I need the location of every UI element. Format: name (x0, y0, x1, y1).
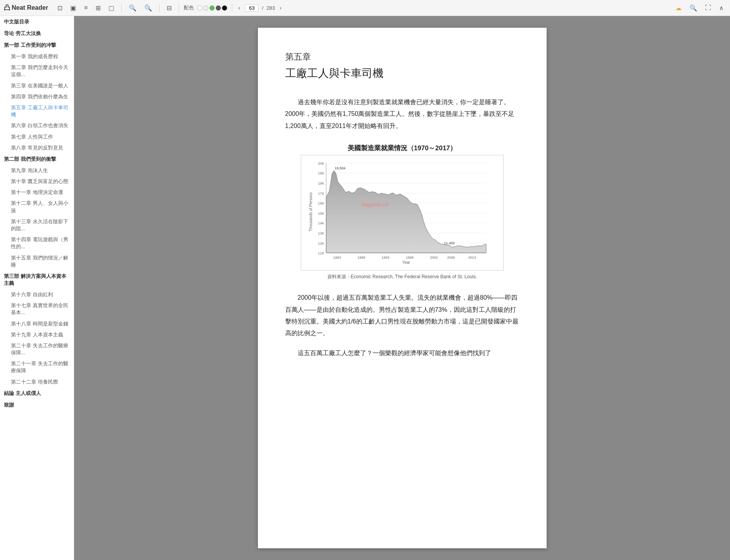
sidebar-item-ch21[interactable]: 第二十一章 失去工作的醫療保障 (0, 358, 74, 376)
svg-text:1983: 1983 (333, 256, 341, 260)
chapter-label: 第五章 (285, 51, 519, 63)
sidebar-item-ch6[interactable]: 第六章 白領工作也會消失 (0, 120, 74, 131)
sidebar-part1: 第一部 工作受到的冲撃 (0, 39, 74, 51)
svg-text:2003: 2003 (430, 256, 437, 260)
svg-text:16K: 16K (318, 201, 324, 205)
sidebar-item-ch12[interactable]: 第十二章 男人、女人與小孩 (0, 198, 74, 216)
color-label: 配色 (184, 4, 194, 11)
svg-text:Thousands of Persons: Thousands of Persons (309, 192, 313, 231)
app-icon: 凸 (4, 4, 10, 12)
prev-page-button[interactable]: ‹ (237, 4, 242, 12)
chart-source: 資料來源：Economic Research, The Federal Rese… (327, 274, 477, 280)
svg-text:15K: 15K (318, 212, 324, 215)
separator3 (179, 4, 179, 12)
separator (121, 4, 122, 12)
sidebar-item-ch8[interactable]: 第八章 常見的反對意見 (0, 142, 74, 153)
menu-icon[interactable]: ≡ (82, 3, 90, 13)
fullscreen-icon[interactable]: ⛶ (703, 3, 714, 13)
svg-text:19,504: 19,504 (335, 166, 346, 170)
svg-text:18K: 18K (318, 181, 324, 185)
sidebar-item-ch10[interactable]: 第十章 匱乏與富足的心態 (0, 176, 74, 187)
main-area: 中文版目录 导论 劳工大汰换 第一部 工作受到的冲撃 第一章 我的成長歷程 第二… (0, 16, 730, 560)
chapter-title: 工廠工人與卡車司機 (285, 66, 519, 81)
sidebar-item-ch20[interactable]: 第二十章 失去工作的醫療保障... (0, 340, 74, 358)
page-container: 第五章 工廠工人與卡車司機 過去幾年你若是沒有注意到製造業就業機會已經大量消失，… (258, 28, 547, 548)
color-dark[interactable] (216, 5, 221, 11)
app-name: Neat Reader (12, 4, 48, 11)
collapse-icon[interactable]: ∧ (717, 3, 726, 13)
svg-text:14K: 14K (318, 221, 324, 225)
sidebar-item-ch7[interactable]: 第七章 人性與工作 (0, 132, 74, 142)
sidebar-item-ch17[interactable]: 第十七章 真實世界的全民基本... (0, 300, 74, 318)
sidebar-item-ch14[interactable]: 第十四章 電玩遊戲與（男性的... (0, 234, 74, 252)
svg-text:17K: 17K (318, 192, 324, 196)
grid-icon[interactable]: ⊞ (93, 3, 103, 13)
sidebar-item-ch2[interactable]: 第二章 我們怎麼走到今天這個... (0, 62, 74, 80)
cloud-icon[interactable]: ☁ (673, 3, 684, 13)
next-page-button[interactable]: › (278, 4, 283, 12)
sidebar: 中文版目录 导论 劳工大汰换 第一部 工作受到的冲撃 第一章 我的成長歷程 第二… (0, 16, 74, 560)
chart-container: 美國製造業就業情況（1970～2017） nayona.cn Thousands… (285, 144, 519, 280)
paragraph-2: 2000年以後，超過五百萬製造業工人失業。流失的就業機會，超過80%——即四百萬… (285, 292, 519, 340)
svg-text:1993: 1993 (381, 256, 389, 260)
sidebar-item-ch13[interactable]: 第十三章 永久活在陰影下的阻... (0, 216, 74, 234)
app-brand: 凸 Neat Reader (4, 4, 48, 12)
page-number-input[interactable] (245, 4, 259, 12)
search2-icon[interactable]: 🔍 (142, 3, 155, 13)
sidebar-item-ch4[interactable]: 第四章 我們依賴什麼為生 (0, 91, 74, 102)
paragraph-3: 這五百萬工廠工人怎麼了？一個樂觀的經濟學家可能會想像他們找到了 (285, 347, 519, 359)
paragraph-1: 過去幾年你若是沒有注意到製造業就業機會已經大量消失，你一定是睡著了。2000年，… (285, 96, 519, 132)
panel-icon[interactable]: ▢ (106, 3, 117, 13)
svg-text:20K: 20K (318, 162, 324, 165)
color-white[interactable] (197, 5, 202, 11)
sidebar-item-ch9[interactable]: 第九章 泡沫人生 (0, 165, 74, 176)
svg-marker-31 (326, 171, 486, 253)
sidebar-item-ch19[interactable]: 第十九章 人本資本主義 (0, 329, 74, 340)
svg-text:11K: 11K (318, 251, 324, 255)
sidebar-item-ch11[interactable]: 第十一章 地理決定命運 (0, 187, 74, 198)
chart-box: nayona.cn Thousands of Persons 20K 19K 1… (301, 155, 504, 270)
svg-text:2013: 2013 (468, 256, 476, 260)
toolbar-right: ☁ 🔍 ⛶ ∧ (673, 3, 726, 13)
sidebar-part2: 第二部 我們受到的衝撃 (0, 153, 74, 165)
chart-title: 美國製造業就業情況（1970～2017） (348, 144, 457, 153)
sidebar-thanks[interactable]: 致謝 (0, 399, 74, 411)
sidebar-item-ch22[interactable]: 第二十二章 培養民際 (0, 377, 74, 388)
svg-text:Year: Year (402, 260, 410, 265)
chart-svg: Thousands of Persons 20K 19K 18K 17K (307, 159, 494, 265)
svg-text:1998: 1998 (405, 256, 413, 260)
svg-text:1988: 1988 (357, 256, 365, 260)
sidebar-section-intro[interactable]: 导论 劳工大汰换 (0, 28, 74, 39)
sidebar-item-ch16[interactable]: 第十六章 自由紅利 (0, 289, 74, 300)
sidebar-item-ch3[interactable]: 第三章 在美國誰是一般人 (0, 80, 74, 91)
sidebar-item-ch1[interactable]: 第一章 我的成長歷程 (0, 51, 74, 62)
sidebar-item-ch18[interactable]: 第十八章 時間是新型金錢 (0, 318, 74, 329)
page-total: 283 (266, 5, 275, 11)
svg-text:2006: 2006 (447, 256, 455, 260)
bookmark2-icon[interactable]: ⊟ (164, 3, 174, 13)
separator2 (159, 4, 160, 12)
layout-single-icon[interactable]: ▣ (68, 3, 78, 13)
search-icon[interactable]: 🔍 (126, 3, 139, 13)
color-selector (197, 5, 227, 11)
page-separator: / (262, 5, 263, 11)
sidebar-part3: 第三部 解決方案與人本資本主義 (0, 270, 74, 289)
sidebar-top-label: 中文版目录 (0, 16, 74, 28)
svg-text:12K: 12K (318, 242, 324, 245)
color-cream[interactable] (203, 5, 208, 11)
toolbar: 凸 Neat Reader ⊡ ▣ ≡ ⊞ ▢ 🔍 🔍 ⊟ 配色 ‹ / 283… (0, 0, 730, 16)
color-green[interactable] (210, 5, 215, 11)
sidebar-item-ch5[interactable]: 第五章 工廠工人與卡車司機 (0, 102, 74, 120)
separator4 (232, 4, 232, 12)
svg-text:13K: 13K (318, 231, 324, 235)
svg-text:19K: 19K (318, 171, 324, 175)
sidebar-conclusion[interactable]: 結論 主人或僕人 (0, 388, 74, 399)
svg-text:11,455: 11,455 (444, 241, 455, 245)
color-black[interactable] (222, 5, 227, 11)
bookmark-icon[interactable]: ⊡ (55, 3, 65, 13)
search-right-icon[interactable]: 🔍 (687, 3, 700, 13)
sidebar-item-ch15[interactable]: 第十五章 我們的情況／解睡 (0, 252, 74, 270)
content-area[interactable]: 第五章 工廠工人與卡車司機 過去幾年你若是沒有注意到製造業就業機會已經大量消失，… (74, 16, 730, 560)
